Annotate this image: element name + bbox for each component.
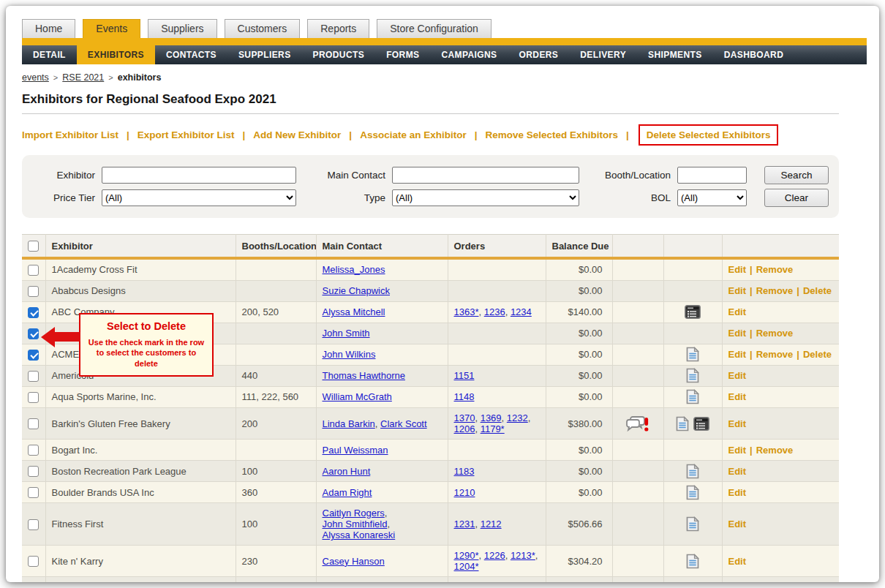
edit-row-link[interactable]: Edit	[728, 519, 747, 529]
order-link[interactable]: 1213*	[511, 550, 535, 561]
row-checkbox[interactable]	[28, 487, 39, 498]
top-tab-home[interactable]: Home	[22, 19, 75, 38]
delete-row-link[interactable]: Delete	[803, 349, 832, 360]
order-link[interactable]: 1363*	[454, 306, 479, 317]
sub-tab-delivery[interactable]: DELIVERY	[569, 45, 637, 64]
clear-button[interactable]: Clear	[764, 189, 829, 207]
row-checkbox[interactable]	[28, 328, 39, 339]
edit-row-link[interactable]: Edit	[728, 466, 747, 477]
row-checkbox[interactable]	[28, 418, 39, 429]
order-link[interactable]: 1236	[484, 306, 505, 317]
order-link[interactable]: 1231	[454, 519, 475, 529]
associate-an-exhibitor-link[interactable]: Associate an Exhibitor	[360, 129, 467, 140]
contact-link[interactable]: Casey Hanson	[323, 556, 385, 567]
search-button[interactable]: Search	[764, 166, 829, 184]
contact-link[interactable]: Suzie Chapwick	[323, 285, 391, 296]
edit-row-link[interactable]: Edit	[728, 391, 747, 402]
contact-link[interactable]: Linda Barkin	[323, 418, 375, 429]
notes-icon[interactable]	[676, 416, 689, 431]
remove-row-link[interactable]: Remove	[756, 445, 794, 456]
sub-tab-suppliers[interactable]: SUPPLIERS	[227, 45, 302, 64]
contact-link[interactable]: Aaron Hunt	[323, 466, 371, 477]
order-link[interactable]: 1210	[454, 487, 475, 498]
sub-tab-orders[interactable]: ORDERS	[508, 45, 570, 64]
sub-tab-products[interactable]: PRODUCTS	[302, 45, 376, 64]
notes-icon[interactable]	[686, 389, 699, 404]
order-link[interactable]: 1234	[511, 306, 532, 317]
contact-link[interactable]: Alyssa Mitchell	[323, 306, 385, 317]
row-checkbox[interactable]	[28, 445, 39, 456]
remove-row-link[interactable]: Remove	[756, 285, 794, 296]
order-link[interactable]: 1206	[454, 423, 475, 434]
edit-row-link[interactable]: Edit	[728, 487, 747, 498]
top-tab-reports[interactable]: Reports	[307, 19, 369, 38]
notes-icon[interactable]	[686, 554, 699, 569]
forms-icon[interactable]	[685, 305, 701, 319]
notes-icon[interactable]	[686, 347, 699, 362]
contact-link[interactable]: Clark Scott	[380, 418, 427, 429]
order-link[interactable]: 1370	[454, 412, 475, 423]
booth-location-input[interactable]	[677, 167, 747, 184]
delete-selected-exhibitors-link[interactable]: Delete Selected Exhibitors	[647, 129, 771, 140]
row-checkbox[interactable]	[28, 466, 39, 477]
remove-row-link[interactable]: Remove	[756, 349, 794, 360]
contact-link[interactable]: Paul Weissman	[323, 445, 388, 456]
sub-tab-contacts[interactable]: CONTACTS	[155, 45, 227, 64]
order-link[interactable]: 1363*	[454, 581, 479, 582]
breadcrumb-link[interactable]: events	[22, 72, 49, 83]
row-checkbox[interactable]	[28, 392, 39, 403]
order-link[interactable]: 1290*	[484, 581, 509, 582]
sub-tab-exhibitors[interactable]: EXHIBITORS	[77, 45, 155, 64]
main-contact-input[interactable]	[392, 167, 579, 184]
contact-link[interactable]: John Smithfield	[323, 519, 388, 529]
row-checkbox[interactable]	[28, 307, 39, 318]
row-checkbox[interactable]	[28, 350, 39, 361]
contact-link[interactable]: John Smith	[323, 328, 370, 339]
order-link[interactable]: 1151	[454, 370, 475, 381]
edit-row-link[interactable]: Edit	[728, 285, 747, 296]
forms-icon[interactable]	[693, 417, 709, 431]
contact-link[interactable]: Melissa_Jones	[323, 264, 385, 275]
notes-icon[interactable]	[686, 485, 699, 500]
type-select[interactable]: (All)	[392, 189, 579, 206]
order-link[interactable]: 1212	[481, 519, 502, 529]
contact-link[interactable]: Adam Right	[323, 487, 372, 498]
sub-tab-detail[interactable]: DETAIL	[22, 45, 77, 64]
edit-row-link[interactable]: Edit	[728, 370, 747, 381]
contact-link[interactable]: Alyssa Konareski	[323, 529, 396, 540]
edit-row-link[interactable]: Edit	[728, 418, 747, 429]
remove-selected-exhibitors-link[interactable]: Remove Selected Exhibitors	[485, 129, 618, 140]
order-link[interactable]: 1183	[454, 466, 475, 477]
sub-tab-shipments[interactable]: SHIPMENTS	[637, 45, 713, 64]
row-checkbox[interactable]	[28, 519, 39, 530]
remove-row-link[interactable]: Remove	[756, 264, 794, 275]
bol-select[interactable]: (All)	[677, 189, 747, 206]
edit-row-link[interactable]: Edit	[728, 445, 747, 456]
edit-row-link[interactable]: Edit	[728, 328, 747, 339]
delete-row-link[interactable]: Delete	[803, 285, 832, 296]
contact-link[interactable]: William McGrath	[323, 391, 392, 402]
contact-link[interactable]: John Wilkins	[323, 349, 376, 360]
sub-tab-campaigns[interactable]: CAMPAIGNS	[430, 45, 508, 64]
top-tab-events[interactable]: Events	[83, 19, 140, 38]
row-checkbox[interactable]	[28, 286, 39, 297]
order-link[interactable]: 1226	[484, 550, 505, 561]
top-tab-suppliers[interactable]: Suppliers	[148, 19, 216, 38]
chat-alert-icon[interactable]	[626, 415, 650, 432]
row-checkbox[interactable]	[28, 556, 39, 567]
select-all-checkbox[interactable]	[28, 241, 39, 252]
order-link[interactable]: 1179*	[481, 423, 505, 434]
contact-link[interactable]: Caitlyn Rogers	[323, 508, 385, 519]
notes-icon[interactable]	[686, 368, 699, 383]
order-link[interactable]: 1232	[507, 412, 528, 423]
edit-row-link[interactable]: Edit	[728, 556, 747, 567]
order-link[interactable]: 1204*	[454, 561, 479, 572]
export-exhibitor-list-link[interactable]: Export Exhibitor List	[138, 129, 235, 140]
order-link[interactable]: 1290*	[454, 550, 479, 561]
row-checkbox[interactable]	[28, 265, 39, 276]
order-link[interactable]: 1148	[454, 391, 475, 402]
breadcrumb-link[interactable]: RSE 2021	[62, 72, 104, 83]
top-tab-store-configuration[interactable]: Store Configuration	[377, 19, 492, 38]
remove-row-link[interactable]: Remove	[756, 328, 794, 339]
order-link[interactable]: 1369	[481, 412, 502, 423]
